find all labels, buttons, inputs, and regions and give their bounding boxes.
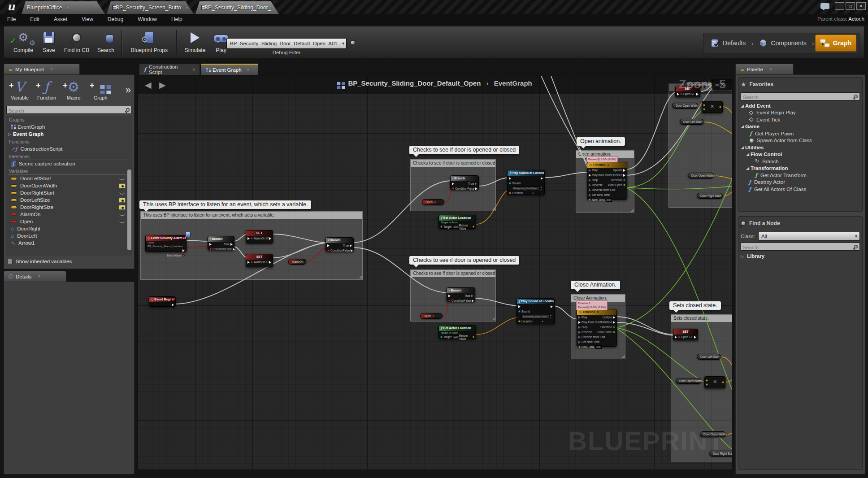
set-new-time-pin[interactable] bbox=[589, 194, 591, 196]
close-icon[interactable]: × bbox=[275, 5, 278, 10]
menu-help[interactable]: Help bbox=[164, 14, 190, 22]
bool-out-pin[interactable] bbox=[305, 261, 306, 263]
close-icon[interactable]: × bbox=[247, 67, 250, 72]
condition-pin[interactable] bbox=[452, 187, 454, 190]
add-graph-button[interactable]: + Graph bbox=[88, 78, 113, 100]
reverse-pin[interactable] bbox=[589, 184, 591, 187]
exec-out-pin[interactable] bbox=[696, 93, 699, 96]
event-graph-canvas[interactable]: ◀ ▶ BP_Security_Sliding_Door_Default_Ope… bbox=[137, 75, 733, 470]
bool-out-pin[interactable] bbox=[432, 315, 434, 317]
true-pin[interactable] bbox=[475, 183, 477, 185]
expander-icon[interactable]: ◢ bbox=[741, 124, 744, 129]
exec-in-pin[interactable] bbox=[675, 336, 677, 339]
exec-out-pin[interactable] bbox=[182, 249, 185, 252]
getter-open[interactable]: Open bbox=[420, 313, 443, 319]
checkbox-icon[interactable] bbox=[7, 259, 13, 264]
node-set-open-false[interactable]: SET Open☐ bbox=[673, 329, 698, 340]
location-pin[interactable] bbox=[518, 320, 521, 322]
palette-item-event-begin-play[interactable]: Event Begin Play bbox=[741, 109, 860, 117]
search-input[interactable] bbox=[741, 94, 851, 101]
getter-door-open-width[interactable]: Door Open Width bbox=[676, 378, 702, 384]
scrollbar-thumb[interactable] bbox=[127, 169, 131, 250]
tree-item-event-graph-parent[interactable]: ▷ Event Graph bbox=[6, 130, 132, 138]
tree-item-interface[interactable]: ƒ Scene capture activation bbox=[6, 160, 132, 167]
direction-pin[interactable] bbox=[613, 326, 615, 328]
stop-pin[interactable] bbox=[578, 326, 581, 329]
play-pin[interactable] bbox=[578, 316, 581, 319]
expand-actions-chevron[interactable]: » bbox=[126, 84, 131, 96]
condition-pin[interactable] bbox=[327, 249, 330, 252]
variable-row[interactable]: DoorRightStart bbox=[6, 189, 132, 196]
palette-cat-transformation[interactable]: ◢Transformation bbox=[741, 165, 860, 172]
reverse-from-end-pin[interactable] bbox=[578, 336, 581, 339]
asset-tab-blueprintoffice[interactable]: BlueprintOffice × bbox=[22, 1, 105, 14]
debug-filter-combobox[interactable]: BP_Security_Sliding_Door_Default_Open_A0… bbox=[226, 38, 347, 49]
false-pin[interactable] bbox=[233, 248, 235, 251]
node-set-alarmon-true[interactable]: SET AlarmOn☑ bbox=[246, 230, 273, 243]
in-pin[interactable] bbox=[703, 104, 705, 106]
palette-item-get-player-pawn[interactable]: ƒGet Player Pawn bbox=[741, 130, 860, 137]
exec-in-pin[interactable] bbox=[677, 93, 679, 96]
getter-alarmon[interactable]: AlarmOn bbox=[288, 259, 306, 265]
search-input[interactable] bbox=[741, 244, 851, 251]
getter-door-left-start[interactable]: Door Left Start bbox=[697, 354, 721, 360]
node-event-security-alarm-interface[interactable]: ◇ Event Security Alarm Interface From BP… bbox=[145, 235, 187, 252]
node-branch[interactable]: ‹ Branch True ConditionFalse bbox=[450, 175, 479, 190]
float-out-pin[interactable] bbox=[723, 195, 724, 197]
expander-icon[interactable]: ◢ bbox=[741, 104, 744, 108]
palette-item-get-actor-transform[interactable]: ƒGet Actor Transform bbox=[741, 172, 860, 179]
door-open-pin[interactable] bbox=[623, 184, 625, 186]
asset-tab-screen-button[interactable]: BP_Security_Screen_Butto × bbox=[107, 1, 194, 14]
exec-in-pin[interactable] bbox=[247, 261, 250, 264]
expander-icon[interactable]: ◢ bbox=[741, 145, 744, 150]
mode-graph[interactable]: Graph bbox=[815, 35, 856, 52]
condition-pin[interactable] bbox=[209, 248, 212, 250]
node-branch[interactable]: ‹ Branch True ConditionFalse bbox=[326, 237, 354, 252]
variable-row[interactable]: DoorLeftSize bbox=[6, 196, 132, 204]
show-inherited-row[interactable]: Show inherited variables bbox=[6, 257, 132, 266]
close-icon[interactable]: × bbox=[192, 67, 195, 72]
node-timeline-close[interactable]: ◷ Timeline_0 PlayUpdate Play from StartF… bbox=[577, 309, 617, 347]
node-set-alarmon-false[interactable]: SET AlarmOn☐ bbox=[246, 254, 273, 267]
eye-closed-icon[interactable] bbox=[119, 213, 125, 216]
false-pin[interactable] bbox=[475, 187, 477, 190]
node-multiply[interactable]: ✕ bbox=[704, 376, 725, 388]
play-from-start-pin[interactable] bbox=[578, 321, 581, 324]
palette-cat-utilities[interactable]: ◢Utilities bbox=[741, 144, 860, 151]
node-timeline-open[interactable]: ◷ Timeline_1 PlayUpdate Play from StartF… bbox=[587, 162, 627, 200]
eye-closed-icon[interactable] bbox=[119, 220, 125, 223]
close-icon[interactable]: × bbox=[185, 5, 188, 10]
menu-asset[interactable]: Asset bbox=[47, 14, 74, 22]
variable-row[interactable]: ⌂DoorRight bbox=[6, 225, 132, 232]
node-branch[interactable]: ‹ Branch True ConditionFalse bbox=[447, 287, 475, 302]
close-icon[interactable]: × bbox=[67, 5, 69, 10]
bool-out-pin[interactable] bbox=[182, 254, 185, 256]
node-multiply[interactable]: ✕ bbox=[702, 101, 723, 113]
getter-door-open-width[interactable]: Door Open Width bbox=[672, 103, 698, 109]
play-pin[interactable] bbox=[589, 169, 591, 172]
variable-row[interactable]: DoorOpenWidth bbox=[6, 182, 132, 189]
tree-item-construction-script[interactable]: ↗ƒ ConstructionScript bbox=[6, 145, 132, 152]
variable-row[interactable]: DoorLeftStart bbox=[6, 175, 132, 182]
close-icon[interactable]: × bbox=[769, 67, 772, 72]
in-pin[interactable] bbox=[706, 383, 708, 386]
close-button[interactable]: × bbox=[856, 2, 866, 10]
target-pin[interactable] bbox=[440, 336, 443, 338]
false-pin[interactable] bbox=[351, 249, 353, 252]
play-options-caret[interactable]: ▾ bbox=[215, 38, 221, 44]
exec-in-pin[interactable] bbox=[448, 295, 451, 297]
getter-door-open-width[interactable]: Door Open Width bbox=[700, 431, 726, 437]
mode-components[interactable]: Components bbox=[754, 35, 811, 52]
add-macro-button[interactable]: +⚙ Macro bbox=[61, 78, 86, 100]
exec-out-pin[interactable] bbox=[269, 237, 271, 240]
node-play-sound-at-location[interactable]: ƒPlay Sound at Location Sound Blueprints… bbox=[516, 298, 555, 324]
exec-out-pin[interactable] bbox=[269, 261, 271, 264]
direction-pin[interactable] bbox=[623, 179, 625, 181]
true-pin[interactable] bbox=[350, 244, 352, 247]
palette-item-spawn-actor[interactable]: Spawn Actor from Class bbox=[741, 137, 860, 144]
variable-row[interactable]: DoorRightSize bbox=[6, 204, 132, 211]
class-combobox[interactable]: All ▾ bbox=[758, 232, 860, 241]
vector-out-pin[interactable] bbox=[473, 336, 474, 338]
in-pin[interactable] bbox=[706, 379, 708, 382]
tab-construction-script[interactable]: ƒ Construction Script × bbox=[139, 64, 200, 75]
